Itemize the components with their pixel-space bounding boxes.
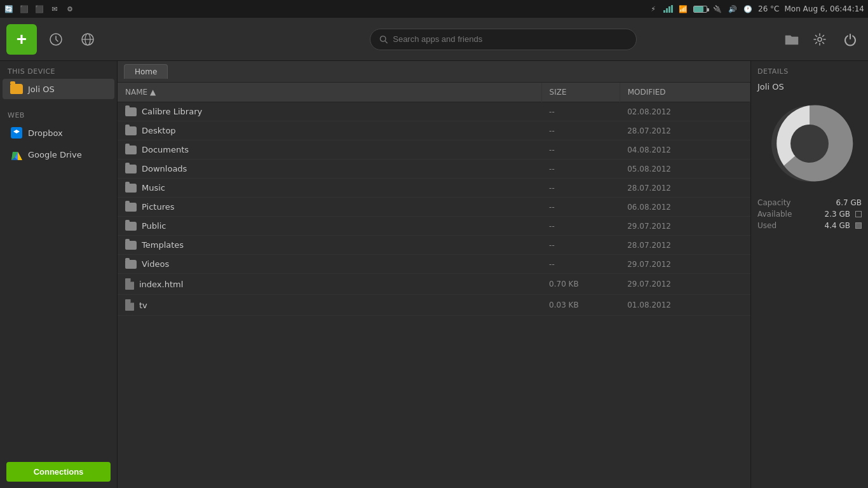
file-modified-cell: 02.08.2012 <box>620 102 750 121</box>
sidebar-item-joli-os-label: Joli OS <box>28 85 55 94</box>
datetime-display: Mon Aug 6, 06:44:14 <box>784 4 864 13</box>
file-name-cell: Calibre Library <box>118 102 541 121</box>
file-size-cell: -- <box>541 217 620 236</box>
file-name-label: Downloads <box>142 164 187 173</box>
table-row[interactable]: Music--28.07.2012 <box>118 179 750 198</box>
file-modified-cell: 05.08.2012 <box>620 159 750 179</box>
file-name-label: Music <box>142 183 165 193</box>
file-name-cell: Public <box>118 217 541 236</box>
history-button[interactable] <box>43 27 69 52</box>
table-row[interactable]: Documents--04.08.2012 <box>118 140 750 159</box>
file-icon <box>125 278 134 290</box>
svg-point-6 <box>818 37 822 41</box>
sidebar-item-google-drive[interactable]: Google Drive <box>3 144 114 165</box>
file-size-cell: -- <box>541 140 620 159</box>
col-header-modified[interactable]: MODIFIED <box>620 83 750 102</box>
table-row[interactable]: Pictures--06.08.2012 <box>118 198 750 217</box>
file-name-cell: Music <box>118 179 541 198</box>
sidebar-section-this-device: This Device <box>0 61 117 78</box>
file-name-cell: index.html <box>118 274 541 295</box>
col-header-name[interactable]: NAME ▲ <box>118 83 541 102</box>
file-name-cell: Documents <box>118 140 541 159</box>
topbar-left: 🔄 ⬛ ⬛ ✉ ⚙ <box>4 4 75 14</box>
used-box-icon <box>855 222 862 229</box>
search-input[interactable] <box>393 34 627 44</box>
folder-view-button[interactable] <box>779 27 804 52</box>
details-panel: DETAILS Joli OS Capacity 6.7 GB <box>750 61 868 488</box>
file-modified-cell: 28.07.2012 <box>620 236 750 255</box>
connections-button[interactable]: Connections <box>6 462 111 482</box>
folder-icon <box>125 241 137 250</box>
file-modified-cell: 28.07.2012 <box>620 179 750 198</box>
file-name-label: Public <box>142 221 166 231</box>
svg-marker-10 <box>18 152 22 160</box>
available-value: 2.3 GB <box>825 210 850 219</box>
storage-row-used: Used 4.4 GB <box>757 221 862 230</box>
folder-icon <box>125 184 137 193</box>
file-name-label: Calibre Library <box>142 107 202 116</box>
file-name-label: tv <box>139 301 147 310</box>
file-size-cell: -- <box>541 102 620 121</box>
svg-point-13 <box>790 125 829 163</box>
battery-indicator <box>693 6 707 13</box>
table-row[interactable]: Public--29.07.2012 <box>118 217 750 236</box>
storage-row-available: Available 2.3 GB <box>757 210 862 219</box>
table-row[interactable]: Desktop--28.07.2012 <box>118 121 750 140</box>
file-name-label: Videos <box>142 259 169 269</box>
power-button[interactable] <box>839 28 862 51</box>
file-modified-cell: 01.08.2012 <box>620 295 750 316</box>
file-name-label: Desktop <box>142 126 176 135</box>
capacity-label: Capacity <box>757 198 790 207</box>
file-size-cell: -- <box>541 236 620 255</box>
file-name-cell: Pictures <box>118 198 541 217</box>
file-size-cell: -- <box>541 179 620 198</box>
clock-icon: 🕐 <box>743 4 753 14</box>
file-modified-cell: 29.07.2012 <box>620 217 750 236</box>
table-row[interactable]: Videos--29.07.2012 <box>118 255 750 274</box>
file-modified-cell: 28.07.2012 <box>620 121 750 140</box>
topbar-icon-1: 🔄 <box>4 4 14 14</box>
table-row[interactable]: Templates--28.07.2012 <box>118 236 750 255</box>
sidebar: This Device Joli OS Web Dropbox <box>0 61 118 488</box>
folder-icon <box>125 165 137 173</box>
storage-info: Capacity 6.7 GB Available 2.3 GB Used 4.… <box>757 198 862 230</box>
col-header-size[interactable]: SIZE <box>541 83 620 102</box>
file-modified-cell: 29.07.2012 <box>620 274 750 295</box>
file-name-label: Documents <box>142 145 189 154</box>
search-bar[interactable] <box>370 29 637 50</box>
topbar-right: ⚡ 📶 🔌 🔊 🕐 26 °C Mon Aug 6, 06:44:14 <box>648 4 864 14</box>
available-box-icon <box>855 211 862 217</box>
bluetooth-icon: ⚡ <box>648 4 658 14</box>
main-toolbar: + <box>0 18 868 61</box>
globe-button[interactable] <box>75 27 100 52</box>
file-modified-cell: 04.08.2012 <box>620 140 750 159</box>
add-button[interactable]: + <box>6 24 37 55</box>
table-row[interactable]: index.html0.70 KB29.07.2012 <box>118 274 750 295</box>
file-size-cell: 0.70 KB <box>541 274 620 295</box>
file-area: Home NAME ▲ SIZE MODIFIED Calibre Librar… <box>118 61 750 488</box>
table-row[interactable]: Downloads--05.08.2012 <box>118 159 750 179</box>
table-row[interactable]: tv0.03 KB01.08.2012 <box>118 295 750 316</box>
volume-icon: 🔊 <box>728 4 738 14</box>
file-name-cell: Downloads <box>118 159 541 179</box>
folder-icon <box>125 146 137 154</box>
table-row[interactable]: Calibre Library--02.08.2012 <box>118 102 750 121</box>
settings-button[interactable] <box>807 27 832 52</box>
file-list-scroll[interactable]: NAME ▲ SIZE MODIFIED Calibre Library--02… <box>118 83 750 488</box>
sidebar-item-dropbox[interactable]: Dropbox <box>3 123 114 143</box>
table-header-row: NAME ▲ SIZE MODIFIED <box>118 83 750 102</box>
sidebar-item-joli-os[interactable]: Joli OS <box>3 79 114 99</box>
storage-row-capacity: Capacity 6.7 GB <box>757 198 862 207</box>
sidebar-item-dropbox-label: Dropbox <box>28 128 63 138</box>
search-icon <box>379 35 388 44</box>
file-modified-cell: 29.07.2012 <box>620 255 750 274</box>
file-name-label: Templates <box>142 240 184 250</box>
power-plug-icon: 🔌 <box>712 4 722 14</box>
breadcrumb-tab-home[interactable]: Home <box>124 64 168 79</box>
folder-icon <box>125 107 137 116</box>
svg-line-5 <box>385 41 387 43</box>
file-name-cell: tv <box>118 295 541 316</box>
folder-icon <box>125 260 137 269</box>
folder-icon <box>125 126 137 135</box>
topbar-icon-2: ⬛ <box>19 4 29 14</box>
